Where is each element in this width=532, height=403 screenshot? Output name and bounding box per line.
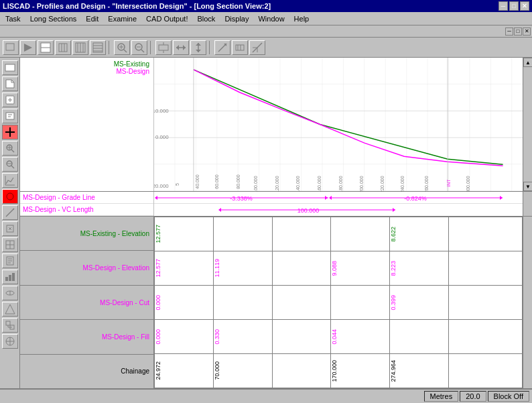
toolbar-btn-6[interactable] <box>90 40 106 55</box>
minimize-button[interactable]: ─ <box>498 1 508 11</box>
sidebar-icon-11[interactable] <box>2 221 18 236</box>
scroll-down-btn[interactable]: ▼ <box>523 182 532 191</box>
menu-long-sections[interactable]: Long Sections <box>26 13 81 24</box>
cell-chainage-1: 24.972 <box>155 354 214 388</box>
status-block-off: Block Off <box>488 391 529 402</box>
inner-title-buttons[interactable]: ─ □ ✕ <box>505 27 531 36</box>
sidebar-icon-16[interactable] <box>2 302 18 316</box>
inner-minimize-button[interactable]: ─ <box>505 27 513 36</box>
svg-rect-23 <box>159 45 168 50</box>
inner-close-button[interactable]: ✕ <box>523 27 531 36</box>
svg-marker-123 <box>218 208 221 212</box>
cell-design-cut-2 <box>213 286 272 320</box>
toolbar-sep-1 <box>109 41 111 54</box>
data-row-labels: MS-Existing - Elevation MS-Design - Elev… <box>20 217 154 388</box>
scroll-up-btn[interactable]: ▲ <box>523 58 532 67</box>
sidebar-icon-7[interactable] <box>2 157 18 172</box>
menu-block[interactable]: Block <box>193 13 219 24</box>
toolbar-btn-3[interactable] <box>38 40 54 55</box>
toolbar-btn-9[interactable] <box>155 40 172 55</box>
svg-text:-3.338%: -3.338% <box>230 195 253 202</box>
toolbar-btn-1[interactable] <box>3 40 19 55</box>
chart-canvas[interactable]: 10.000 -20.000 0.000 5 40.000 60.000 80.… <box>154 58 523 191</box>
chart-svg: 10.000 -20.000 0.000 5 40.000 60.000 80.… <box>154 58 523 191</box>
sidebar-icon-12[interactable] <box>2 237 18 252</box>
val-existing-elev-5: 8.622 <box>390 227 397 242</box>
cell-existing-elev-2 <box>213 217 272 251</box>
svg-marker-41 <box>6 80 14 88</box>
svg-text:160.000: 160.000 <box>318 176 322 191</box>
toolbar-btn-5[interactable] <box>72 40 88 55</box>
svg-line-57 <box>11 166 14 168</box>
svg-marker-124 <box>393 208 395 212</box>
sidebar-icon-6[interactable] <box>2 141 18 156</box>
val-existing-elev-1: 12.577 <box>155 225 161 243</box>
table-row-chainage: 24.972 70.000 170.000 274.964 <box>155 354 523 388</box>
sidebar-icon-15[interactable] <box>2 286 18 300</box>
svg-text:-20.000: -20.000 <box>154 183 169 189</box>
sidebar-icon-4[interactable] <box>2 109 18 123</box>
svg-text:200.000: 200.000 <box>359 176 364 191</box>
sidebar-icon-2[interactable] <box>2 76 18 91</box>
toolbar-btn-7[interactable] <box>114 40 130 55</box>
menu-window[interactable]: Window <box>254 13 288 24</box>
toolbar-btn-8[interactable] <box>131 40 147 55</box>
toolbar-btn-4[interactable] <box>55 40 71 55</box>
menu-edit[interactable]: Edit <box>82 13 103 24</box>
val-chainage-5: 274.964 <box>390 360 397 382</box>
grade-line-row: -3.338% -0.824% <box>154 192 523 204</box>
menu-display[interactable]: Display <box>220 13 253 24</box>
menu-help[interactable]: Help <box>290 13 314 24</box>
svg-marker-28 <box>176 45 179 50</box>
cell-chainage-5: 274.964 <box>390 354 449 388</box>
sidebar-icon-17[interactable] <box>2 318 18 333</box>
row-label-design-elev: MS-Design - Elevation <box>20 251 153 285</box>
maximize-button[interactable]: □ <box>509 1 519 11</box>
sidebar-icon-5[interactable] <box>2 125 18 139</box>
toolbar-btn-14[interactable] <box>249 40 265 55</box>
svg-text:140.000: 140.000 <box>295 176 300 191</box>
toolbar-btn-12[interactable] <box>214 40 230 55</box>
sidebar-icon-9[interactable] <box>2 189 18 204</box>
sidebar-icon-13[interactable] <box>2 253 18 268</box>
cell-existing-elev-5: 8.622 <box>390 217 449 251</box>
inner-maximize-button[interactable]: □ <box>514 27 522 36</box>
left-sidebar <box>0 58 20 388</box>
svg-marker-31 <box>196 50 201 52</box>
sidebar-icon-10[interactable] <box>2 205 18 220</box>
menu-cad-output[interactable]: CAD Output! <box>142 13 192 24</box>
sidebar-icon-8[interactable] <box>2 173 18 188</box>
cell-design-elev-6 <box>449 251 523 286</box>
svg-rect-47 <box>6 113 14 119</box>
vc-length-svg: 100.000 <box>154 204 523 216</box>
scroll-track[interactable] <box>523 67 532 182</box>
menu-task[interactable]: Task <box>1 13 25 24</box>
cell-design-elev-3 <box>272 251 331 286</box>
row-label-design-fill: MS-Design - Fill <box>20 320 153 354</box>
data-cells-area: 12.577 8.622 12.577 <box>154 217 523 388</box>
menu-examine[interactable]: Examine <box>104 13 141 24</box>
chart-scrollbar[interactable]: ▲ ▼ <box>523 58 532 191</box>
cell-design-cut-3 <box>272 286 331 320</box>
svg-text:80.000: 80.000 <box>236 174 241 188</box>
close-button[interactable]: ✕ <box>520 1 529 11</box>
title-bar-buttons[interactable]: ─ □ ✕ <box>498 1 529 11</box>
svg-text:10.000: 10.000 <box>154 108 169 114</box>
title-text: LISCAD - Profiles and Design - "Intersec… <box>3 2 271 10</box>
svg-line-17 <box>124 50 127 52</box>
data-table-section: MS-Existing - Elevation MS-Design - Elev… <box>20 217 532 388</box>
sidebar-icon-14[interactable] <box>2 270 18 284</box>
sidebar-icon-1[interactable] <box>2 60 18 75</box>
sidebar-icon-18[interactable] <box>2 334 18 349</box>
svg-text:-0.824%: -0.824% <box>404 195 427 202</box>
toolbar-btn-2[interactable] <box>20 40 36 55</box>
svg-rect-1 <box>7 45 13 49</box>
toolbar-btn-10[interactable] <box>173 40 189 55</box>
sidebar-icon-3[interactable] <box>2 93 18 107</box>
chart-section: MS-Existing MS-Design <box>20 58 532 192</box>
status-metres: Metres <box>424 391 459 402</box>
toolbar-btn-11[interactable] <box>190 40 206 55</box>
toolbar-btn-13[interactable] <box>232 40 248 55</box>
svg-marker-116 <box>325 196 328 200</box>
val-design-elev-2: 11.119 <box>214 259 220 278</box>
